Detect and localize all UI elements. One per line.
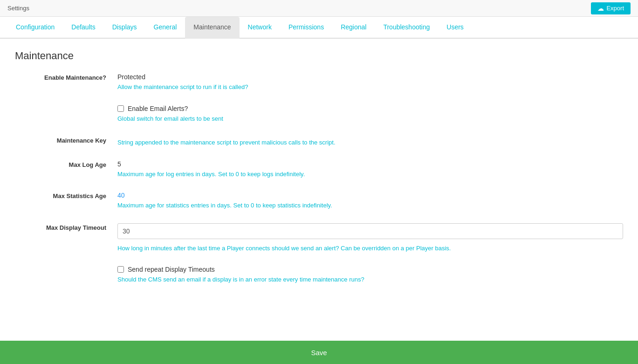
app-header: Settings ☁ Export xyxy=(0,0,638,17)
max-statistics-age-value: 40 xyxy=(117,192,623,199)
enable-email-alerts-label xyxy=(15,105,117,124)
tab-permissions[interactable]: Permissions xyxy=(280,17,332,39)
enable-email-alerts-checkbox-label[interactable]: Enable Email Alerts? xyxy=(128,105,188,112)
max-statistics-age-help: Maximum age for statistics entries in da… xyxy=(117,201,623,210)
enable-maintenance-help: Allow the maintenance script to run if i… xyxy=(117,82,623,92)
tab-regional[interactable]: Regional xyxy=(332,17,375,39)
tab-users[interactable]: Users xyxy=(438,17,472,39)
enable-email-alerts-row: Enable Email Alerts? Global switch for e… xyxy=(15,105,623,124)
max-display-timeout-help: How long in minutes after the last time … xyxy=(117,244,623,253)
send-repeat-timeouts-checkbox-row: Send repeat Display Timeouts xyxy=(117,266,623,273)
tab-troubleshooting[interactable]: Troubleshooting xyxy=(375,17,438,39)
send-repeat-timeouts-help: Should the CMS send an email if a displa… xyxy=(117,275,623,284)
tab-configuration[interactable]: Configuration xyxy=(7,17,63,39)
send-repeat-timeouts-checkbox-label[interactable]: Send repeat Display Timeouts xyxy=(128,266,215,273)
max-log-age-value: 5 xyxy=(117,160,623,168)
send-repeat-timeouts-row: Send repeat Display Timeouts Should the … xyxy=(15,266,623,284)
enable-email-alerts-checkbox[interactable] xyxy=(117,105,124,112)
tab-displays[interactable]: Displays xyxy=(104,17,145,39)
enable-maintenance-content: Protected Allow the maintenance script t… xyxy=(117,73,623,92)
enable-maintenance-label: Enable Maintenance? xyxy=(15,73,117,92)
max-log-age-help: Maximum age for log entries in days. Set… xyxy=(117,170,623,179)
maintenance-key-row: Maintenance Key String appended to the m… xyxy=(15,136,623,147)
maintenance-key-label: Maintenance Key xyxy=(15,136,117,147)
tab-network[interactable]: Network xyxy=(240,17,280,39)
send-repeat-timeouts-label xyxy=(15,266,117,284)
enable-email-alerts-help: Global switch for email alerts to be sen… xyxy=(117,114,623,124)
max-log-age-content: 5 Maximum age for log entries in days. S… xyxy=(117,160,623,179)
enable-email-alerts-content: Enable Email Alerts? Global switch for e… xyxy=(117,105,623,124)
maintenance-key-help: String appended to the maintenance scrip… xyxy=(117,138,623,147)
tab-maintenance[interactable]: Maintenance xyxy=(185,17,239,39)
max-log-age-label: Max Log Age xyxy=(15,160,117,179)
max-display-timeout-content: How long in minutes after the last time … xyxy=(117,223,623,253)
page-title: Maintenance xyxy=(15,50,623,62)
enable-email-alerts-checkbox-row: Enable Email Alerts? xyxy=(117,105,623,112)
max-statistics-age-row: Max Statistics Age 40 Maximum age for st… xyxy=(15,192,623,210)
send-repeat-timeouts-checkbox[interactable] xyxy=(117,266,124,273)
max-log-age-row: Max Log Age 5 Maximum age for log entrie… xyxy=(15,160,623,179)
tab-general[interactable]: General xyxy=(145,17,185,39)
maintenance-key-content: String appended to the maintenance scrip… xyxy=(117,136,623,147)
enable-maintenance-row: Enable Maintenance? Protected Allow the … xyxy=(15,73,623,92)
send-repeat-timeouts-content: Send repeat Display Timeouts Should the … xyxy=(117,266,623,284)
tabs-nav: Configuration Defaults Displays General … xyxy=(0,17,638,39)
header-title: Settings xyxy=(7,5,29,12)
max-display-timeout-input[interactable] xyxy=(117,223,623,239)
max-statistics-age-label: Max Statistics Age xyxy=(15,192,117,210)
max-display-timeout-label: Max Display Timeout xyxy=(15,223,117,253)
cloud-upload-icon: ☁ xyxy=(597,5,604,12)
max-display-timeout-row: Max Display Timeout How long in minutes … xyxy=(15,223,623,253)
export-button[interactable]: ☁ Export xyxy=(591,2,631,14)
main-content: Maintenance Enable Maintenance? Protecte… xyxy=(0,39,638,339)
enable-maintenance-value: Protected xyxy=(117,73,623,81)
max-statistics-age-content: 40 Maximum age for statistics entries in… xyxy=(117,192,623,210)
tab-defaults[interactable]: Defaults xyxy=(63,17,103,39)
